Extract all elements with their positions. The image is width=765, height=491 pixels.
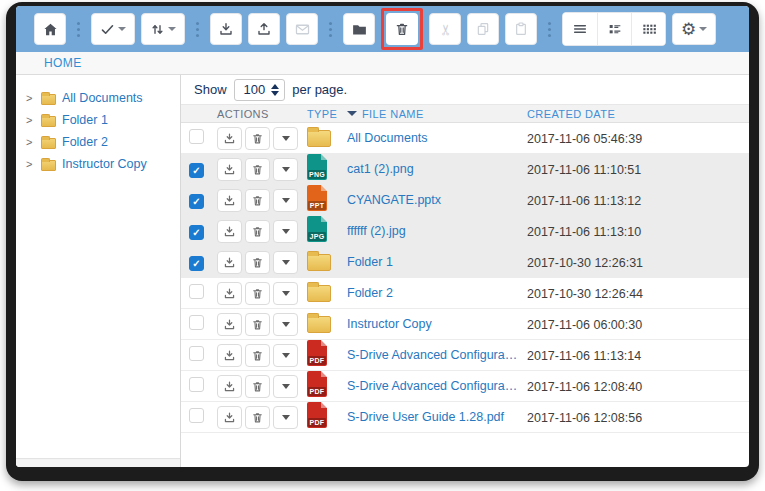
select-dropdown-button[interactable] [91,13,135,45]
row-download-button[interactable] [217,189,242,212]
page-size-value[interactable]: 100 [244,82,266,97]
row-checkbox[interactable] [189,346,204,361]
home-button[interactable] [34,13,66,45]
row-checkbox[interactable] [189,163,204,178]
row-checkbox[interactable] [189,408,204,423]
file-name-link[interactable]: Instructor Copy [347,317,527,331]
column-header-created-date[interactable]: CREATED DATE [527,108,749,120]
sort-dropdown-button[interactable] [141,13,185,45]
file-name-link[interactable]: All Documents [347,131,527,145]
row-delete-button[interactable] [245,189,270,212]
check-icon [100,22,115,37]
tree-item[interactable]: > Folder 1 [16,109,180,131]
tree-item-label: Folder 1 [62,113,108,127]
settings-dropdown-button[interactable]: ⚙ [672,13,716,45]
detail-view-button[interactable] [597,13,631,45]
row-checkbox[interactable] [189,225,204,240]
row-delete-button[interactable] [245,127,270,150]
column-header-file-name[interactable]: FILE NAME [347,108,527,120]
row-delete-button[interactable] [245,251,270,274]
row-download-button[interactable] [217,251,242,274]
file-name-link[interactable]: S-Drive Advanced Configuration Gui... [347,379,527,393]
file-name-link[interactable]: Folder 2 [347,286,527,300]
file-manager-app: ✂ [16,6,749,467]
tree-item[interactable]: > Instructor Copy [16,153,180,175]
type-cell [307,126,347,151]
row-more-button[interactable] [273,344,298,367]
row-checkbox[interactable] [189,284,204,299]
show-label: Show [194,82,227,97]
row-download-button[interactable] [217,406,242,429]
row-more-button[interactable] [273,313,298,336]
view-switcher [562,12,666,46]
row-more-button[interactable] [273,406,298,429]
row-checkbox[interactable] [189,129,204,144]
sidebar-horizontal-scrollbar[interactable] [16,458,180,467]
file-type-label: PNG [308,170,326,179]
row-checkbox[interactable] [189,315,204,330]
row-delete-button[interactable] [245,406,270,429]
list-view-button[interactable] [563,13,597,45]
row-delete-button[interactable] [245,313,270,336]
file-name-link[interactable]: ffffff (2).jpg [347,224,527,238]
row-actions [217,406,307,429]
file-name-link[interactable]: S-Drive Advanced Configuration Gui... [347,348,527,362]
row-delete-button[interactable] [245,158,270,181]
file-name-link[interactable]: S-Drive User Guide 1.28.pdf [347,410,527,424]
stepper-arrows [271,84,279,96]
copy-button[interactable] [467,13,499,45]
folder-icon [351,21,368,38]
row-more-button[interactable] [273,375,298,398]
row-download-button[interactable] [217,158,242,181]
file-name-link[interactable]: CYANGATE.pptx [347,193,527,207]
row-delete-button[interactable] [245,282,270,305]
page-size-stepper[interactable]: 100 [234,79,286,101]
breadcrumb-home-link[interactable]: HOME [44,56,82,70]
stepper-up-icon[interactable] [271,84,279,89]
caret-down-icon [118,27,126,31]
folder-icon [307,285,331,302]
download-button[interactable] [210,13,242,45]
grid-view-button[interactable] [631,13,665,45]
row-download-button[interactable] [217,220,242,243]
row-more-button[interactable] [273,251,298,274]
caret-down-icon [282,198,290,203]
tree-item[interactable]: > Folder 2 [16,131,180,153]
chevron-right-icon[interactable]: > [26,92,35,104]
new-folder-button[interactable] [343,13,375,45]
row-download-button[interactable] [217,375,242,398]
cut-button[interactable]: ✂ [429,13,461,45]
page-size-row: Show 100 per page. [181,75,749,104]
row-download-button[interactable] [217,127,242,150]
chevron-right-icon[interactable]: > [26,114,35,126]
table-header: ACTIONS TYPE FILE NAME CREATED DATE [181,104,749,123]
file-name-link[interactable]: cat1 (2).png [347,162,527,176]
email-button[interactable] [286,13,318,45]
row-actions [217,282,307,305]
chevron-right-icon[interactable]: > [26,136,35,148]
row-delete-button[interactable] [245,375,270,398]
row-download-button[interactable] [217,313,242,336]
upload-button[interactable] [248,13,280,45]
row-checkbox[interactable] [189,194,204,209]
row-checkbox[interactable] [189,256,204,271]
paste-button[interactable] [505,13,537,45]
delete-button-highlight [381,8,423,50]
file-name-link[interactable]: Folder 1 [347,255,527,269]
row-download-button[interactable] [217,282,242,305]
row-more-button[interactable] [273,220,298,243]
tree-item[interactable]: > All Documents [16,87,180,109]
chevron-right-icon[interactable]: > [26,158,35,170]
row-more-button[interactable] [273,127,298,150]
row-delete-button[interactable] [245,344,270,367]
row-delete-button[interactable] [245,220,270,243]
row-more-button[interactable] [273,282,298,305]
row-checkbox[interactable] [189,377,204,392]
delete-button[interactable] [386,13,418,45]
stepper-down-icon[interactable] [271,91,279,96]
caret-down-icon [282,384,290,389]
row-more-button[interactable] [273,158,298,181]
row-download-button[interactable] [217,344,242,367]
column-header-type[interactable]: TYPE [307,108,347,120]
row-more-button[interactable] [273,189,298,212]
